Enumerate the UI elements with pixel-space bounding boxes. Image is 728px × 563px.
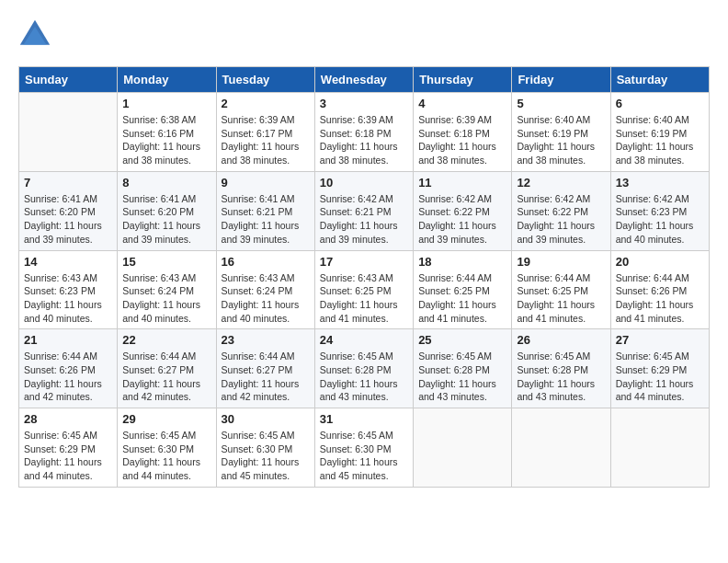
calendar-cell: 17Sunrise: 6:43 AMSunset: 6:25 PMDayligh… <box>314 250 413 329</box>
logo-icon <box>18 18 51 52</box>
day-info: Sunrise: 6:40 AMSunset: 6:19 PMDaylight:… <box>616 113 704 167</box>
day-number: 14 <box>24 255 112 269</box>
day-number: 15 <box>122 255 210 269</box>
calendar-cell: 31Sunrise: 6:45 AMSunset: 6:30 PMDayligh… <box>314 408 413 488</box>
calendar-cell: 25Sunrise: 6:45 AMSunset: 6:28 PMDayligh… <box>414 329 512 408</box>
calendar-cell: 13Sunrise: 6:42 AMSunset: 6:23 PMDayligh… <box>610 171 709 250</box>
day-number: 2 <box>222 97 310 110</box>
logo <box>18 18 55 52</box>
day-info: Sunrise: 6:42 AMSunset: 6:21 PMDaylight:… <box>320 192 408 247</box>
day-info: Sunrise: 6:40 AMSunset: 6:19 PMDaylight:… <box>517 113 605 167</box>
day-info: Sunrise: 6:45 AMSunset: 6:30 PMDaylight:… <box>320 429 408 483</box>
calendar-header-sunday: Sunday <box>19 67 118 93</box>
day-info: Sunrise: 6:39 AMSunset: 6:18 PMDaylight:… <box>320 113 408 167</box>
calendar-cell: 6Sunrise: 6:40 AMSunset: 6:19 PMDaylight… <box>610 93 709 172</box>
day-info: Sunrise: 6:41 AMSunset: 6:20 PMDaylight:… <box>122 192 210 247</box>
day-info: Sunrise: 6:45 AMSunset: 6:30 PMDaylight:… <box>222 429 310 483</box>
calendar-header-wednesday: Wednesday <box>314 67 413 93</box>
day-info: Sunrise: 6:42 AMSunset: 6:23 PMDaylight:… <box>616 192 704 247</box>
day-info: Sunrise: 6:45 AMSunset: 6:28 PMDaylight:… <box>418 350 506 404</box>
day-info: Sunrise: 6:45 AMSunset: 6:30 PMDaylight:… <box>122 429 210 483</box>
day-number: 31 <box>320 412 408 426</box>
calendar-cell: 28Sunrise: 6:45 AMSunset: 6:29 PMDayligh… <box>19 408 118 488</box>
day-number: 3 <box>320 97 408 110</box>
calendar-cell: 9Sunrise: 6:41 AMSunset: 6:21 PMDaylight… <box>216 171 314 250</box>
calendar-cell: 4Sunrise: 6:39 AMSunset: 6:18 PMDaylight… <box>414 93 512 172</box>
day-number: 11 <box>418 176 506 190</box>
calendar-cell: 7Sunrise: 6:41 AMSunset: 6:20 PMDaylight… <box>19 171 118 250</box>
page-header <box>18 18 710 52</box>
calendar-cell: 11Sunrise: 6:42 AMSunset: 6:22 PMDayligh… <box>414 171 512 250</box>
calendar-cell: 26Sunrise: 6:45 AMSunset: 6:28 PMDayligh… <box>512 329 610 408</box>
day-number: 12 <box>517 176 605 190</box>
calendar-week-row: 14Sunrise: 6:43 AMSunset: 6:23 PMDayligh… <box>19 250 710 329</box>
calendar-cell: 5Sunrise: 6:40 AMSunset: 6:19 PMDaylight… <box>512 93 610 172</box>
calendar-week-row: 7Sunrise: 6:41 AMSunset: 6:20 PMDaylight… <box>19 171 710 250</box>
day-info: Sunrise: 6:45 AMSunset: 6:28 PMDaylight:… <box>517 350 605 404</box>
day-info: Sunrise: 6:39 AMSunset: 6:17 PMDaylight:… <box>222 113 310 167</box>
calendar-cell: 1Sunrise: 6:38 AMSunset: 6:16 PMDaylight… <box>118 93 216 172</box>
calendar-cell <box>19 93 118 172</box>
day-info: Sunrise: 6:43 AMSunset: 6:23 PMDaylight:… <box>24 271 112 326</box>
day-number: 28 <box>24 412 112 426</box>
day-number: 16 <box>222 255 310 269</box>
calendar-cell <box>512 408 610 488</box>
calendar-header-friday: Friday <box>512 67 610 93</box>
day-info: Sunrise: 6:42 AMSunset: 6:22 PMDaylight:… <box>517 192 605 247</box>
day-info: Sunrise: 6:41 AMSunset: 6:21 PMDaylight:… <box>222 192 310 247</box>
calendar-cell: 30Sunrise: 6:45 AMSunset: 6:30 PMDayligh… <box>216 408 314 488</box>
day-info: Sunrise: 6:44 AMSunset: 6:27 PMDaylight:… <box>222 350 310 404</box>
day-number: 23 <box>222 333 310 347</box>
day-info: Sunrise: 6:39 AMSunset: 6:18 PMDaylight:… <box>418 113 506 167</box>
calendar-week-row: 1Sunrise: 6:38 AMSunset: 6:16 PMDaylight… <box>19 93 710 172</box>
day-number: 18 <box>418 255 506 269</box>
calendar-week-row: 28Sunrise: 6:45 AMSunset: 6:29 PMDayligh… <box>19 408 710 488</box>
day-number: 6 <box>616 97 704 110</box>
day-info: Sunrise: 6:42 AMSunset: 6:22 PMDaylight:… <box>418 192 506 247</box>
day-info: Sunrise: 6:45 AMSunset: 6:28 PMDaylight:… <box>320 350 408 404</box>
calendar-header-tuesday: Tuesday <box>216 67 314 93</box>
calendar-table: SundayMondayTuesdayWednesdayThursdayFrid… <box>18 66 710 488</box>
calendar-header-saturday: Saturday <box>610 67 709 93</box>
calendar-cell: 18Sunrise: 6:44 AMSunset: 6:25 PMDayligh… <box>414 250 512 329</box>
calendar-cell: 19Sunrise: 6:44 AMSunset: 6:25 PMDayligh… <box>512 250 610 329</box>
day-info: Sunrise: 6:38 AMSunset: 6:16 PMDaylight:… <box>122 113 210 167</box>
day-info: Sunrise: 6:44 AMSunset: 6:26 PMDaylight:… <box>616 271 704 326</box>
day-info: Sunrise: 6:43 AMSunset: 6:25 PMDaylight:… <box>320 271 408 326</box>
day-info: Sunrise: 6:44 AMSunset: 6:25 PMDaylight:… <box>517 271 605 326</box>
calendar-cell: 20Sunrise: 6:44 AMSunset: 6:26 PMDayligh… <box>610 250 709 329</box>
calendar-cell: 15Sunrise: 6:43 AMSunset: 6:24 PMDayligh… <box>118 250 216 329</box>
day-number: 5 <box>517 97 605 110</box>
calendar-cell: 10Sunrise: 6:42 AMSunset: 6:21 PMDayligh… <box>314 171 413 250</box>
calendar-cell: 2Sunrise: 6:39 AMSunset: 6:17 PMDaylight… <box>216 93 314 172</box>
day-number: 9 <box>222 176 310 190</box>
day-number: 21 <box>24 333 112 347</box>
calendar-header-thursday: Thursday <box>414 67 512 93</box>
day-number: 22 <box>122 333 210 347</box>
day-number: 1 <box>122 97 210 110</box>
day-number: 7 <box>24 176 112 190</box>
day-info: Sunrise: 6:45 AMSunset: 6:29 PMDaylight:… <box>24 429 112 483</box>
day-number: 10 <box>320 176 408 190</box>
day-info: Sunrise: 6:44 AMSunset: 6:26 PMDaylight:… <box>24 350 112 404</box>
day-info: Sunrise: 6:44 AMSunset: 6:25 PMDaylight:… <box>418 271 506 326</box>
day-number: 4 <box>418 97 506 110</box>
day-number: 24 <box>320 333 408 347</box>
day-info: Sunrise: 6:44 AMSunset: 6:27 PMDaylight:… <box>122 350 210 404</box>
day-number: 30 <box>222 412 310 426</box>
day-info: Sunrise: 6:43 AMSunset: 6:24 PMDaylight:… <box>222 271 310 326</box>
calendar-cell <box>610 408 709 488</box>
day-number: 13 <box>616 176 704 190</box>
calendar-cell: 29Sunrise: 6:45 AMSunset: 6:30 PMDayligh… <box>118 408 216 488</box>
day-number: 25 <box>418 333 506 347</box>
day-info: Sunrise: 6:43 AMSunset: 6:24 PMDaylight:… <box>122 271 210 326</box>
day-number: 26 <box>517 333 605 347</box>
day-info: Sunrise: 6:45 AMSunset: 6:29 PMDaylight:… <box>616 350 704 404</box>
calendar-cell: 3Sunrise: 6:39 AMSunset: 6:18 PMDaylight… <box>314 93 413 172</box>
day-number: 20 <box>616 255 704 269</box>
day-number: 8 <box>122 176 210 190</box>
calendar-cell <box>414 408 512 488</box>
calendar-cell: 14Sunrise: 6:43 AMSunset: 6:23 PMDayligh… <box>19 250 118 329</box>
day-info: Sunrise: 6:41 AMSunset: 6:20 PMDaylight:… <box>24 192 112 247</box>
calendar-cell: 23Sunrise: 6:44 AMSunset: 6:27 PMDayligh… <box>216 329 314 408</box>
